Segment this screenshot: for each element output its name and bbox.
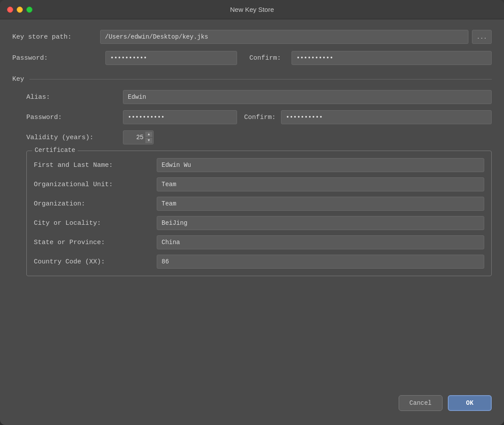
cert-row-2: Organization:: [34, 197, 484, 211]
cert-row-1: Organizational Unit:: [34, 177, 484, 191]
cert-input-1[interactable]: [157, 177, 484, 191]
key-confirm-label: Confirm:: [244, 114, 276, 121]
cert-input-3[interactable]: [157, 216, 484, 230]
key-section-title: Key: [12, 76, 24, 83]
content-area: Key store path: ... Password: Confirm: K…: [0, 19, 504, 425]
validity-spinner: ▲ ▼: [123, 130, 154, 144]
cert-input-2[interactable]: [157, 197, 484, 211]
main-window: New Key Store Key store path: ... Passwo…: [0, 0, 504, 425]
alias-input[interactable]: [123, 90, 492, 104]
cert-input-0[interactable]: [157, 158, 484, 172]
cert-input-4[interactable]: [157, 235, 484, 249]
certificate-legend: Certificate: [32, 147, 78, 154]
maximize-button[interactable]: [26, 7, 32, 13]
cert-label-2: Organization:: [34, 200, 157, 208]
top-password-input[interactable]: [105, 51, 237, 65]
alias-label: Alias:: [26, 94, 123, 101]
ok-button[interactable]: OK: [448, 395, 492, 411]
key-password-input[interactable]: [123, 110, 237, 124]
cancel-button[interactable]: Cancel: [399, 395, 443, 411]
key-password-label: Password:: [26, 114, 123, 121]
key-confirm-input[interactable]: [281, 110, 492, 124]
top-password-row: Password: Confirm:: [12, 51, 492, 65]
keystore-path-container: ...: [100, 30, 492, 44]
top-confirm-input[interactable]: [292, 51, 492, 65]
top-password-label: Password:: [12, 54, 100, 62]
cert-label-1: Organizational Unit:: [34, 181, 157, 188]
validity-label: Validity (years):: [26, 134, 123, 141]
cert-row-0: First and Last Name:: [34, 158, 484, 172]
key-password-row: Password: Confirm:: [26, 110, 492, 124]
window-title: New Key Store: [230, 6, 274, 13]
keystore-path-row: Key store path: ...: [12, 30, 492, 44]
spinner-buttons: ▲ ▼: [145, 131, 153, 144]
button-row: Cancel OK: [12, 386, 492, 414]
minimize-button[interactable]: [17, 7, 23, 13]
cert-label-3: City or Locality:: [34, 220, 157, 227]
top-confirm-label: Confirm:: [249, 54, 281, 62]
key-section-line: [29, 79, 492, 79]
spinner-up-button[interactable]: ▲: [145, 131, 153, 137]
cert-label-5: Country Code (XX):: [34, 258, 157, 266]
validity-row: Validity (years): ▲ ▼: [26, 130, 492, 144]
cert-row-5: Country Code (XX):: [34, 255, 484, 269]
browse-button[interactable]: ...: [472, 30, 492, 44]
alias-row: Alias:: [26, 90, 492, 104]
cert-label-4: State or Province:: [34, 239, 157, 246]
cert-row-3: City or Locality:: [34, 216, 484, 230]
keystore-path-label: Key store path:: [12, 33, 100, 41]
keystore-path-input[interactable]: [100, 30, 468, 44]
titlebar: New Key Store: [0, 0, 504, 19]
certificate-box: Certificate First and Last Name: Organiz…: [26, 151, 492, 276]
key-section: Alias: Password: Confirm: Validity (year…: [12, 90, 492, 276]
cert-label-0: First and Last Name:: [34, 162, 157, 169]
key-section-header: Key: [12, 76, 492, 83]
close-button[interactable]: [7, 7, 13, 13]
traffic-lights: [7, 7, 32, 13]
spinner-down-button[interactable]: ▼: [145, 137, 153, 144]
cert-input-5[interactable]: [157, 255, 484, 269]
cert-row-4: State or Province:: [34, 235, 484, 249]
